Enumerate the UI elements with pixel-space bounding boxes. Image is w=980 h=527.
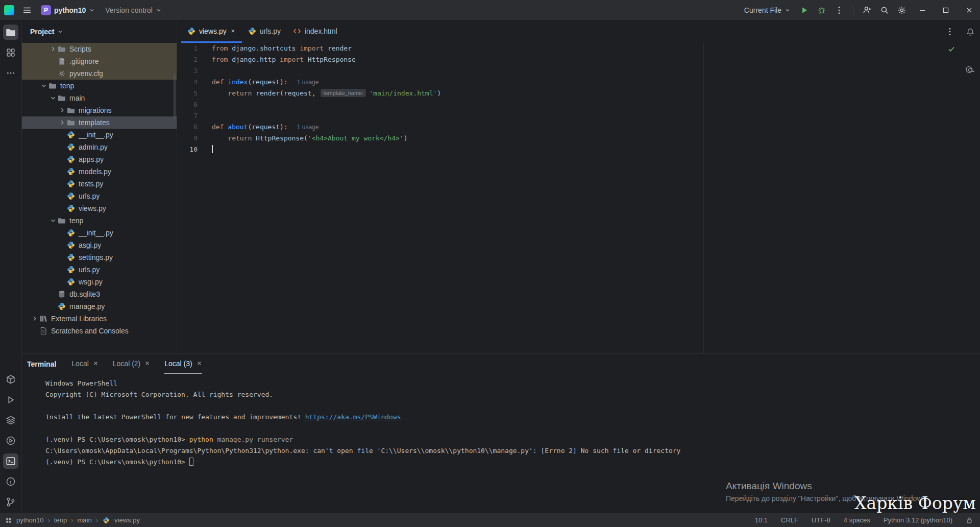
editor-options-button[interactable] [942, 24, 958, 39]
project-tool-button[interactable] [3, 25, 18, 40]
profiler-tool-button[interactable] [3, 433, 18, 448]
line-number[interactable]: 9 [177, 133, 198, 144]
problems-tool-button[interactable] [3, 474, 18, 489]
services-tool-button[interactable] [3, 413, 18, 428]
tree-item-urls.py[interactable]: urls.py [22, 190, 177, 202]
more-actions-button[interactable] [831, 3, 847, 18]
breadcrumb-tenp[interactable]: tenp [54, 516, 67, 524]
editor-tab-views.py[interactable]: views.py [181, 20, 242, 43]
terminal-tool-button[interactable] [3, 453, 18, 469]
tree-item-tenp[interactable]: tenp [22, 214, 177, 227]
tree-item-urls.py[interactable]: urls.py [22, 264, 177, 276]
line-number[interactable]: 2 [177, 54, 198, 65]
terminal-link[interactable]: https://aka.ms/PSWindows [305, 413, 401, 421]
tree-item-tenp[interactable]: tenp [22, 80, 177, 92]
tree-item-external-libraries[interactable]: External Libraries [22, 313, 177, 325]
tree-item-templates[interactable]: templates [22, 116, 177, 129]
tree-item-__init__.py[interactable]: __init__.py [22, 227, 177, 239]
tree-chevron-icon[interactable] [30, 315, 39, 322]
more-tool-windows-button[interactable] [3, 65, 18, 81]
file-encoding[interactable]: UTF-8 [812, 516, 830, 524]
line-number[interactable]: 6 [177, 99, 198, 110]
close-tab-icon[interactable] [144, 361, 150, 366]
code-line-6[interactable] [212, 99, 961, 110]
tree-item-db.sqlite3[interactable]: db.sqlite3 [22, 288, 177, 300]
tree-chevron-icon[interactable] [48, 217, 58, 224]
code-line-2[interactable]: from django.http import HttpResponse [212, 54, 961, 65]
code-line-8[interactable]: def about(request):1 usage [212, 122, 961, 133]
tree-item-apps.py[interactable]: apps.py [22, 153, 177, 165]
terminal-title[interactable]: Terminal [27, 360, 56, 368]
tree-item-admin.py[interactable]: admin.py [22, 141, 177, 153]
editor-tab-index.html[interactable]: index.html [287, 20, 344, 43]
line-number[interactable]: 10 [177, 144, 198, 155]
breadcrumb-python10[interactable]: python10 [16, 516, 44, 524]
project-tree-scrollbar[interactable] [174, 74, 176, 119]
vcs-selector[interactable]: Version control [101, 3, 166, 18]
close-tab-icon[interactable] [93, 361, 99, 366]
line-number[interactable]: 1 [177, 43, 198, 54]
inspections-ok-icon[interactable] [947, 45, 955, 53]
run-button[interactable] [797, 3, 812, 18]
tree-item-main[interactable]: main [22, 92, 177, 104]
terminal-tab-local-(2)[interactable]: Local (2) [113, 354, 150, 374]
search-everywhere-button[interactable] [877, 3, 892, 18]
terminal-tab-local-(3)[interactable]: Local (3) [164, 354, 202, 374]
tree-item-wsgi.py[interactable]: wsgi.py [22, 276, 177, 288]
notifications-button[interactable] [963, 25, 978, 40]
python-packages-tool-button[interactable] [3, 372, 18, 387]
tree-item-pyvenv.cfg[interactable]: pyvenv.cfg [22, 67, 177, 80]
code-line-1[interactable]: from django.shortcuts import render [212, 43, 961, 54]
close-button[interactable] [959, 0, 980, 20]
tree-item-scratches-and-consoles[interactable]: Scratches and Consoles [22, 325, 177, 337]
tree-item-manage.py[interactable]: manage.py [22, 300, 177, 313]
line-number[interactable]: 5 [177, 88, 198, 99]
breadcrumb-views.py[interactable]: views.py [114, 516, 140, 524]
line-number[interactable]: 7 [177, 110, 198, 122]
tree-item-scripts[interactable]: Scripts [22, 43, 177, 55]
editor-tab-urls.py[interactable]: urls.py [242, 20, 287, 43]
tree-chevron-icon[interactable] [48, 94, 58, 102]
line-separator[interactable]: CRLF [781, 516, 798, 524]
tree-item-models.py[interactable]: models.py [22, 165, 177, 178]
tree-item-views.py[interactable]: views.py [22, 202, 177, 214]
project-view-selector[interactable]: Project [30, 28, 63, 36]
close-tab-icon[interactable] [230, 28, 236, 34]
code-lines[interactable]: from django.shortcuts import renderfrom … [212, 43, 961, 155]
tree-item-tests.py[interactable]: tests.py [22, 178, 177, 190]
debug-button[interactable] [814, 3, 829, 18]
code-line-5[interactable]: return render(request, template_name:'ma… [212, 88, 961, 99]
python-interpreter[interactable]: Python 3.12 (python10) [884, 516, 952, 524]
ai-assistant-button[interactable] [963, 62, 978, 78]
tree-chevron-icon[interactable] [58, 119, 67, 126]
close-tab-icon[interactable] [197, 361, 202, 366]
lock-icon[interactable] [966, 517, 973, 524]
caret-position[interactable]: 10:1 [755, 516, 768, 524]
code-with-me-button[interactable] [860, 3, 875, 18]
code-line-4[interactable]: def index(request):1 usage [212, 77, 961, 88]
project-selector[interactable]: P python10 [37, 3, 99, 18]
indent-style[interactable]: 4 spaces [844, 516, 870, 524]
code-line-7[interactable] [212, 110, 961, 122]
version-control-tool-button[interactable] [3, 494, 18, 510]
code-line-10[interactable] [212, 144, 961, 155]
tree-chevron-icon[interactable] [39, 82, 48, 89]
main-menu-button[interactable] [19, 3, 35, 18]
minimize-button[interactable] [912, 0, 933, 20]
line-number[interactable]: 3 [177, 65, 198, 77]
tree-item-asgi.py[interactable]: asgi.py [22, 239, 177, 251]
tree-chevron-icon[interactable] [48, 45, 58, 53]
code-line-9[interactable]: return HttpResponse('<h4>About my work</… [212, 133, 961, 144]
line-number[interactable]: 4 [177, 77, 198, 88]
run-tool-button[interactable] [3, 392, 18, 408]
code-line-3[interactable] [212, 65, 961, 77]
line-number[interactable]: 8 [177, 122, 198, 133]
tree-item-__init__.py[interactable]: __init__.py [22, 129, 177, 141]
tree-item-migrations[interactable]: migrations [22, 104, 177, 116]
maximize-button[interactable] [935, 0, 957, 20]
usage-hint[interactable]: 1 usage [297, 79, 319, 86]
breadcrumb-main[interactable]: main [78, 516, 92, 524]
run-config-selector[interactable]: Current File [740, 3, 795, 18]
structure-tool-button[interactable] [3, 45, 18, 60]
terminal-output[interactable]: Windows PowerShellCopyright (C) Microsof… [22, 374, 980, 513]
